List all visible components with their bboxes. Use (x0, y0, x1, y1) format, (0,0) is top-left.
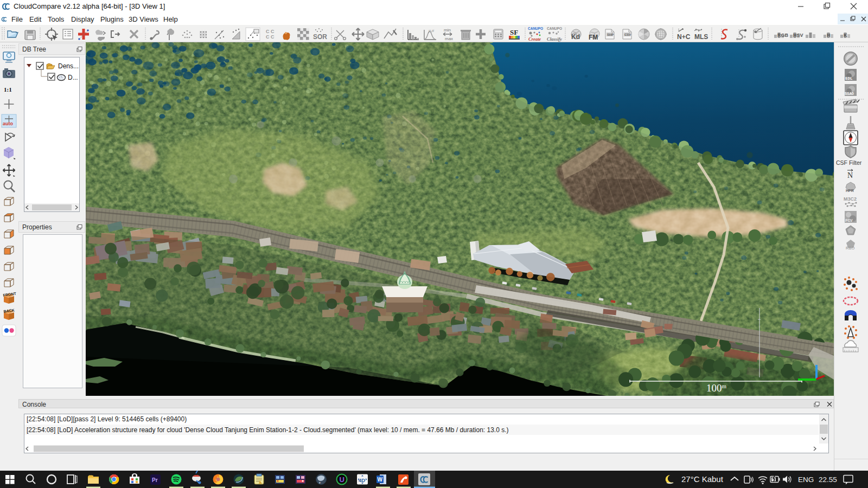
svg-text:BACK: BACK (3, 308, 15, 313)
svg-text:HSV: HSV (793, 33, 803, 38)
svg-text:Classify: Classify (547, 36, 562, 42)
svg-text:SF: SF (510, 28, 518, 36)
svg-text:μ,σ: μ,σ (428, 28, 435, 33)
svg-text:HPR: HPR (846, 189, 854, 192)
svg-text:FM: FM (589, 34, 598, 41)
svg-text:RGB: RGB (777, 33, 789, 38)
svg-text:1:1: 1:1 (4, 86, 12, 93)
svg-text:auto: auto (3, 121, 14, 126)
svg-text:MLS: MLS (694, 33, 708, 41)
svg-text:C C: C C (266, 29, 275, 34)
svg-text:PCV: PCV (845, 219, 853, 223)
svg-text:ᴇ: ᴇ (319, 481, 321, 484)
svg-text:D...: D... (68, 74, 78, 81)
svg-text:H: H (827, 33, 831, 38)
svg-text:Create: Create (528, 36, 541, 42)
svg-text:Kd: Kd (571, 33, 580, 41)
svg-text:Pr: Pr (152, 477, 158, 483)
svg-text:R&O: R&O (846, 246, 854, 251)
svg-text:CANUPO: CANUPO (547, 27, 562, 30)
svg-text:CSV: CSV (624, 33, 631, 36)
svg-text:Dens...: Dens... (58, 62, 79, 70)
svg-text:W: W (378, 477, 383, 483)
svg-text:SOR: SOR (313, 33, 327, 41)
svg-text:U: U (340, 476, 344, 484)
svg-text:EDL: EDL (845, 76, 853, 81)
svg-text:4D: 4D (359, 477, 365, 483)
svg-text:C C: C C (266, 34, 275, 40)
svg-text:SHP: SHP (607, 33, 614, 36)
svg-text:max: max (445, 36, 453, 41)
svg-text:K: K (844, 33, 847, 38)
svg-text:27°C Kabut: 27°C Kabut (681, 474, 724, 484)
svg-text:N: N (847, 171, 853, 179)
svg-text:CANUPO: CANUPO (528, 27, 543, 30)
svg-text:SSAO: SSAO (845, 92, 854, 96)
svg-text:22.55: 22.55 (819, 476, 837, 484)
svg-text:min: min (444, 28, 451, 33)
svg-text:CSF Filter: CSF Filter (836, 159, 862, 166)
svg-text:M3C2: M3C2 (844, 196, 857, 202)
svg-text:N+C: N+C (677, 33, 691, 41)
svg-text:ENG: ENG (798, 476, 814, 484)
